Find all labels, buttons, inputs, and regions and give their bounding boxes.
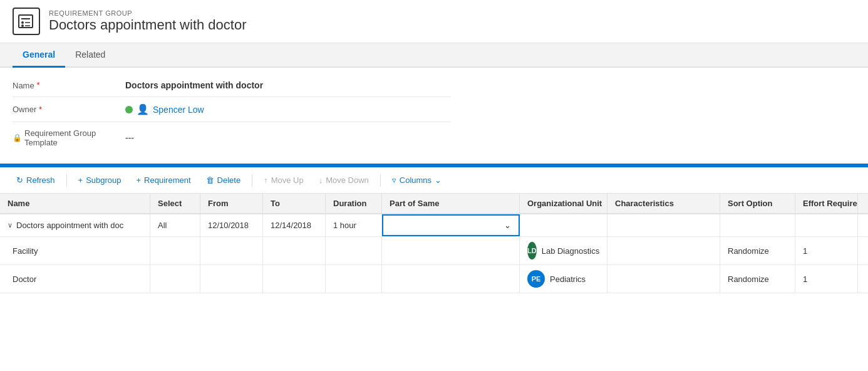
- header-label: REQUIREMENT GROUP: [49, 9, 247, 17]
- row1-characteristics: [607, 214, 720, 236]
- row1-to: 12/14/2018: [263, 214, 326, 236]
- separator-2: [252, 174, 252, 187]
- row3-part-of-same: [382, 265, 520, 293]
- refresh-button[interactable]: ↻ Refresh: [10, 172, 61, 188]
- down-arrow-icon: ↓: [319, 175, 323, 185]
- dropdown-item-org-unit[interactable]: Organizational Unit: [383, 236, 520, 236]
- col-from: From: [200, 194, 263, 213]
- tab-related[interactable]: Related: [65, 43, 115, 68]
- row2-effort-required: 1: [795, 237, 858, 264]
- header-icon: [13, 8, 40, 35]
- owner-value[interactable]: 👤 Spencer Low: [125, 103, 204, 115]
- row3-from: [200, 265, 263, 293]
- move-down-button[interactable]: ↓ Move Down: [313, 172, 375, 188]
- tabs-bar: General Related: [0, 43, 868, 68]
- chevron-down-icon: ⌄: [504, 221, 511, 230]
- row2-duration: [326, 237, 382, 264]
- svg-point-2: [21, 21, 24, 24]
- name-value: Doctors appointment with doctor: [125, 80, 451, 90]
- name-label: Name *: [13, 81, 125, 90]
- required-star-owner: *: [39, 105, 42, 114]
- row1-effort-required: [795, 214, 858, 236]
- form-section: Name * Doctors appointment with doctor O…: [0, 68, 868, 165]
- table-row: Facility LD Lab Diagnostics Randomize 1: [0, 237, 868, 265]
- col-to: To: [263, 194, 326, 213]
- expand-icon[interactable]: ∨: [8, 221, 13, 229]
- col-duration: Duration: [326, 194, 382, 213]
- row2-to: [263, 237, 326, 264]
- col-part-of-same: Part of Same: [382, 194, 520, 213]
- header-text: REQUIREMENT GROUP Doctors appointment wi…: [49, 9, 247, 33]
- row1-select: All: [150, 214, 200, 236]
- row3-effort-required: 1: [795, 265, 858, 293]
- table-row: Doctor PE Pediatrics Randomize 1: [0, 265, 868, 293]
- page-header: REQUIREMENT GROUP Doctors appointment wi…: [0, 0, 868, 43]
- plus-icon-requirement: +: [137, 175, 142, 185]
- delete-button[interactable]: 🗑 Delete: [200, 172, 247, 188]
- row3-name: Doctor: [0, 265, 150, 293]
- row3-duration: [326, 265, 382, 293]
- row3-characteristics: [607, 265, 720, 293]
- col-org-unit: Organizational Unit: [520, 194, 607, 213]
- row1-from: 12/10/2018: [200, 214, 263, 236]
- col-effort-required: Effort Required: [795, 194, 858, 213]
- part-of-same-cell[interactable]: ⌄ Organizational Unit Resource Tree Loca…: [382, 214, 520, 236]
- row3-to: [263, 265, 326, 293]
- required-star-name: *: [37, 81, 40, 90]
- row2-org-unit: LD Lab Diagnostics: [520, 237, 607, 264]
- form-row-owner: Owner * 👤 Spencer Low: [13, 97, 451, 122]
- move-up-button[interactable]: ↑ Move Up: [257, 172, 310, 188]
- plus-icon-subgroup: +: [78, 175, 83, 185]
- refresh-icon: ↻: [16, 175, 23, 185]
- row1-org-unit: [520, 214, 607, 236]
- avatar-pe: PE: [527, 270, 545, 288]
- trash-icon: 🗑: [206, 175, 214, 185]
- row3-org-unit: PE Pediatrics: [520, 265, 607, 293]
- col-select: Select: [150, 194, 200, 213]
- dropdown-popup: Organizational Unit Resource Tree Locati…: [382, 235, 520, 236]
- requirement-button[interactable]: + Requirement: [130, 172, 197, 188]
- owner-label: Owner *: [13, 105, 125, 114]
- row3-sort-option: Randomize: [720, 265, 795, 293]
- avatar-ld: LD: [527, 242, 537, 259]
- row2-from: [200, 237, 263, 264]
- row3-select: [150, 265, 200, 293]
- separator-3: [380, 174, 381, 187]
- form-row-name: Name * Doctors appointment with doctor: [13, 74, 451, 97]
- grid-container: Name Select From To Duration Part of Sam…: [0, 194, 868, 293]
- row2-part-of-same: [382, 237, 520, 264]
- header-title: Doctors appointment with doctor: [49, 17, 247, 33]
- template-label: 🔒 Requirement Group Template: [13, 128, 125, 147]
- row2-select: [150, 237, 200, 264]
- row1-sort-option: [720, 214, 795, 236]
- row1-duration: 1 hour: [326, 214, 382, 236]
- row2-characteristics: [607, 237, 720, 264]
- status-dot: [125, 106, 133, 113]
- up-arrow-icon: ↑: [264, 175, 268, 185]
- table-row: ∨ Doctors appointment with doc All 12/10…: [0, 214, 868, 237]
- person-icon: 👤: [137, 103, 149, 115]
- grid-header: Name Select From To Duration Part of Sam…: [0, 194, 868, 214]
- subgroup-button[interactable]: + Subgroup: [72, 172, 128, 188]
- row1-name: ∨ Doctors appointment with doc: [0, 214, 150, 236]
- col-name: Name: [0, 194, 150, 213]
- columns-button[interactable]: ▿ Columns ⌄: [386, 172, 448, 188]
- lock-icon: 🔒: [13, 133, 22, 142]
- tab-general[interactable]: General: [13, 43, 65, 68]
- columns-chevron: ⌄: [435, 175, 442, 185]
- row2-name: Facility: [0, 237, 150, 264]
- row2-sort-option: Randomize: [720, 237, 795, 264]
- col-characteristics: Characteristics: [607, 194, 720, 213]
- toolbar: ↻ Refresh + Subgroup + Requirement 🗑 Del…: [0, 165, 868, 194]
- form-row-template: 🔒 Requirement Group Template ---: [13, 122, 451, 154]
- col-sort-option: Sort Option: [720, 194, 795, 213]
- owner-name: Spencer Low: [153, 105, 204, 115]
- separator-1: [66, 174, 67, 187]
- template-value: ---: [125, 133, 451, 143]
- svg-point-3: [21, 24, 24, 27]
- filter-icon: ▿: [392, 175, 396, 185]
